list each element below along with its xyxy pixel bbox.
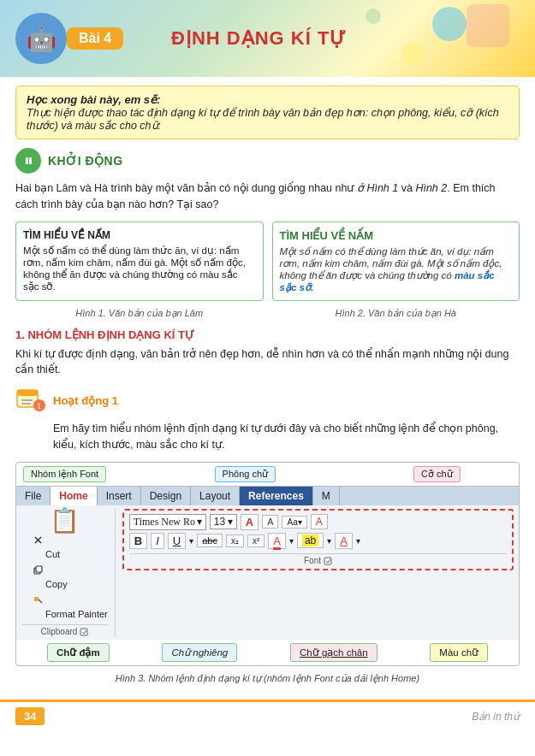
objectives-title: Học xong bài này, em sẽ:	[27, 93, 160, 106]
underline-btn[interactable]: U	[168, 533, 186, 549]
sample-box-left: TÌM HIỂU VỀ NẤM Một số nấm có thể dùng l…	[15, 221, 264, 301]
font-row2: B I U ▾ abc x₂ x² A ▾ ab	[129, 533, 507, 549]
svg-rect-11	[34, 597, 39, 601]
khoi-dong-intro: Hai bạn Lâm và Hà trình bày một văn bản …	[15, 180, 520, 213]
header-banner: 🤖 Bài 4 ĐỊNH DẠNG KÍ TỰ	[0, 0, 535, 77]
page-number: 34	[15, 707, 45, 725]
activity-1-title: Hoạt động 1	[53, 394, 118, 407]
activity-icon: 1	[15, 385, 46, 416]
font-group-label: Nhóm lệnh Font	[23, 466, 106, 482]
section-khoi-dong-header: KHỞI ĐỘNG	[15, 148, 520, 174]
font-grow-btn[interactable]: A	[241, 514, 259, 530]
co-chu-label: Cỡ chữ	[413, 466, 461, 482]
tab-file[interactable]: File	[16, 487, 51, 505]
strikethrough-btn[interactable]: abc	[197, 534, 223, 547]
sample-box-right: TÌM HIỂU VỀ NẤM Một số nấm có thể dùng l…	[272, 221, 520, 301]
page-footer: 34 Bản in thử	[0, 700, 535, 730]
svg-rect-14	[324, 558, 331, 564]
superscript-btn[interactable]: x²	[247, 535, 265, 547]
sample-left-body: Một số nấm có thể dùng làm thức ăn, ví d…	[23, 245, 256, 292]
format-painter-item[interactable]: Format Painter	[21, 593, 108, 623]
tab-insert[interactable]: Insert	[98, 487, 141, 505]
caption-left: Hình 1. Văn bản của bạn Lâm	[15, 306, 264, 320]
word-ribbon: File Home Insert Design Layout Reference…	[16, 486, 519, 641]
font-aa-btn[interactable]: Aa▾	[282, 516, 306, 529]
fig3-caption: Hình 3. Nhóm lệnh định dạng kí tự (nhóm …	[15, 673, 520, 684]
objectives-body: Thực hiện được thao tác định dạng kí tự …	[27, 107, 499, 132]
font-bottom-label: Font	[129, 553, 507, 565]
robot-icon: 🤖	[15, 13, 67, 64]
svg-line-12	[39, 599, 42, 603]
objectives-box: Học xong bài này, em sẽ: Thực hiện được …	[15, 86, 520, 139]
ribbon-diagram: Nhóm lệnh Font Phông chữ Cỡ chữ File Hom…	[15, 462, 520, 667]
sample-right-title: TÌM HIỂU VỀ NẤM	[280, 229, 513, 242]
sample-columns: TÌM HIỂU VỀ NẤM Một số nấm có thể dùng l…	[15, 221, 520, 301]
tab-references[interactable]: References	[240, 487, 313, 505]
sample-left-title: TÌM HIỂU VỀ NẤM	[23, 229, 256, 241]
caption-right: Hình 2. Văn bản của bạn Hà	[272, 306, 520, 320]
italic-btn[interactable]: I	[151, 533, 164, 549]
sample-right-body: Một số nấm có thể dùng làm thức ăn, ví d…	[280, 245, 513, 293]
chu-dam-label[interactable]: Chữ đậm	[47, 643, 110, 662]
font-size-dropdown[interactable]: 13 ▾	[210, 514, 237, 529]
cut-copy-format: Cut Copy Format Painter	[21, 533, 108, 623]
section-1-body: Khi kí tự được định dạng, văn bản trở nê…	[15, 346, 520, 379]
svg-rect-13	[80, 629, 87, 635]
chu-nghieng-label[interactable]: Chữ nghiêng	[162, 643, 237, 662]
svg-rect-2	[29, 157, 32, 164]
tab-more[interactable]: M	[313, 487, 340, 505]
highlight-arrow[interactable]: ▾	[289, 536, 294, 546]
section-1-title: 1. NHÓM LỆNH ĐỊNH DẠNG KÍ TỰ	[15, 328, 520, 341]
lesson-badge: Bài 4	[67, 27, 123, 50]
text-color-arrow[interactable]: ▾	[356, 536, 360, 546]
page-content: Học xong bài này, em sẽ: Thực hiện được …	[0, 77, 535, 700]
ribbon-bottom-labels: Chữ đậm Chữ nghiêng Chữ gạch chân Màu ch…	[16, 640, 519, 665]
underline-arrow[interactable]: ▾	[189, 536, 193, 546]
tab-layout[interactable]: Layout	[191, 487, 240, 505]
mau-chu-label[interactable]: Màu chữ	[430, 643, 488, 662]
font-shrink-btn[interactable]: A	[262, 515, 278, 529]
font-group-ribbon: Times New Ro ▾ 13 ▾ A A Aa▾ A	[122, 509, 514, 570]
svg-rect-4	[17, 390, 38, 396]
tab-home[interactable]: Home	[51, 487, 97, 505]
chu-gach-chan-label[interactable]: Chữ gạch chân	[290, 643, 377, 662]
font-row1: Times New Ro ▾ 13 ▾ A A Aa▾ A	[129, 514, 507, 530]
cut-item[interactable]: Cut	[21, 533, 108, 563]
font-color-a-btn[interactable]: A	[268, 533, 286, 549]
svg-text:1: 1	[37, 401, 41, 410]
highlight-color-arrow[interactable]: ▾	[327, 536, 331, 546]
captions-row: Hình 1. Văn bản của bạn Lâm Hình 2. Văn …	[15, 306, 520, 320]
text-color-btn[interactable]: A	[335, 533, 353, 549]
clipboard-group: 📋 Cut Copy Format Painter	[21, 509, 116, 637]
tab-design[interactable]: Design	[141, 487, 191, 505]
ribbon-content: 📋 Cut Copy Format Painter	[16, 505, 519, 641]
clipboard-label: Clipboard	[21, 624, 108, 636]
activity-1-header: 1 Hoạt động 1	[15, 385, 520, 416]
section-khoi-dong-title: KHỞI ĐỘNG	[48, 154, 123, 168]
font-clear-btn[interactable]: A	[311, 514, 328, 529]
phong-chu-label: Phông chữ	[215, 466, 276, 482]
copy-item[interactable]: Copy	[21, 563, 108, 593]
font-name-dropdown[interactable]: Times New Ro ▾	[129, 514, 206, 530]
ribbon-labels-row: Nhóm lệnh Font Phông chữ Cỡ chữ	[16, 463, 519, 486]
watermark: Bản in thử	[472, 711, 520, 723]
lesson-title: ĐỊNH DẠNG KÍ TỰ	[171, 27, 347, 50]
activity-1-desc: Em hãy tìm hiểu nhóm lệnh định dạng kí t…	[53, 421, 520, 453]
paste-icon[interactable]: 📋	[50, 509, 80, 533]
svg-rect-1	[26, 157, 28, 164]
bold-btn[interactable]: B	[129, 533, 147, 549]
ribbon-tabs: File Home Insert Design Layout Reference…	[16, 487, 519, 505]
highlight-btn[interactable]: ab	[297, 533, 324, 548]
section-icon	[15, 148, 41, 174]
svg-rect-10	[36, 566, 42, 572]
subscript-btn[interactable]: x₂	[226, 535, 244, 547]
